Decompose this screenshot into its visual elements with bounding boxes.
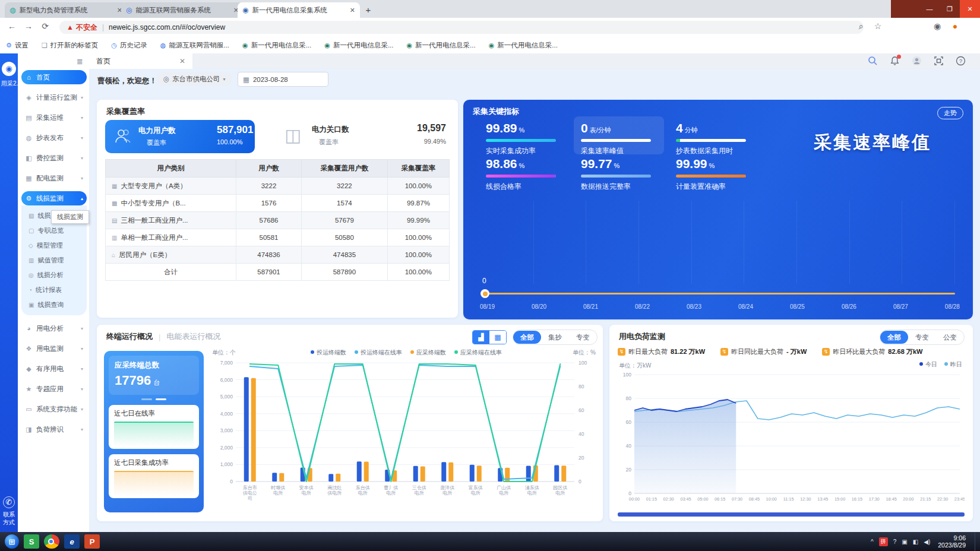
table-row[interactable]: ▦大型专变用户（A类） 32223222100.00% — [106, 178, 450, 195]
bookmark-newtab[interactable]: ❑打开新的标签页 — [42, 41, 98, 50]
sidebar-item-collection-ops[interactable]: ▤ 采集运维 ▾ — [21, 110, 87, 125]
search-icon[interactable] — [868, 56, 878, 66]
filter-zhuanbian[interactable]: 专变 — [908, 331, 936, 344]
avatar-icon[interactable] — [912, 56, 922, 66]
bookmark-history[interactable]: ◷历史记录 — [111, 41, 147, 50]
back-icon[interactable]: ← — [6, 21, 18, 31]
content-tab-close-icon[interactable]: ✕ — [179, 57, 185, 65]
close-button[interactable]: ✕ — [960, 0, 980, 18]
minimize-button[interactable]: — — [919, 0, 940, 18]
bookmark-settings[interactable]: ⚙设置 — [6, 41, 29, 50]
filter-all[interactable]: 全部 — [513, 331, 541, 344]
svg-text:16:15: 16:15 — [852, 496, 862, 502]
collect-success-card[interactable]: 近七日采集成功率 — [109, 454, 199, 498]
reload-icon[interactable]: ⟳ — [39, 21, 51, 31]
bookmark-site[interactable]: ◉新一代用电信息采... — [489, 41, 558, 50]
zoom-icon[interactable]: ⌕ — [855, 21, 867, 31]
taskbar-chrome-icon[interactable] — [44, 534, 59, 549]
contact-widget[interactable]: ✆ 联系方式 — [0, 496, 18, 526]
tab-close-icon[interactable]: ✕ — [350, 7, 355, 14]
browser-tab-3-active[interactable]: ◉ 新一代用电信息采集系统 ✕ — [238, 2, 360, 18]
security-warning[interactable]: ▲ 不安全 — [67, 23, 97, 33]
trend-button[interactable]: 走势 — [937, 107, 963, 119]
gateway-card[interactable]: ◫ 电力关口数 覆盖率 19,597 99.49% — [275, 120, 450, 153]
filter-gongbian[interactable]: 公变 — [936, 331, 964, 344]
url-text[interactable]: neweic.js.sgcc.com.cn/#/oc/overview — [109, 23, 225, 31]
sidebar-item-usage-analysis[interactable]: ◕ 用电分析 ▾ — [21, 321, 87, 335]
forward-icon[interactable]: → — [23, 21, 34, 31]
help-icon[interactable]: ? — [956, 56, 966, 66]
submenu-icon: ▢ — [29, 227, 34, 234]
sidebar-item-usage-monitor[interactable]: ❖ 用电监测 ▾ — [21, 341, 87, 356]
filter-jichao[interactable]: 集抄 — [541, 331, 569, 344]
update-icon[interactable]: ● — [949, 21, 961, 31]
taskbar-clock[interactable]: 9:062023/8/29 — [938, 534, 966, 549]
submenu-item-model-mgmt[interactable]: ◇模型管理 — [21, 239, 87, 252]
browser-tab-2[interactable]: ◎ 能源互联网营销服务系统 ✕ — [121, 2, 244, 18]
terminal-total-card[interactable]: 应采终端总数 17796台 — [109, 356, 199, 395]
sidebar-item-load-identify[interactable]: ◨ 负荷辨识 ▾ — [21, 422, 87, 436]
bell-icon[interactable] — [890, 56, 900, 66]
sidebar-item-meter-reading[interactable]: ◍ 抄表发布 ▾ — [21, 131, 87, 145]
submenu-item-reports[interactable]: ◔统计报表 — [21, 283, 87, 296]
timeline-track[interactable] — [485, 293, 955, 294]
sidebar-item-system-support[interactable]: ▭ 系统支撑功能 ▾ — [21, 402, 87, 416]
chart-view-icon[interactable]: ▟ — [473, 331, 489, 344]
site-icon: ◉ — [489, 42, 495, 49]
address-bar[interactable]: ▲ 不安全 | neweic.js.sgcc.com.cn/#/oc/overv… — [59, 21, 864, 34]
filter-zhuanbian[interactable]: 专变 — [569, 331, 597, 344]
volume-icon[interactable]: ◀) — [924, 539, 930, 545]
org-selector[interactable]: ◎ 东台市供电公司 ▾ — [157, 72, 232, 86]
table-row[interactable]: ▥单相一般工商业用户... 5058150580100.00% — [106, 229, 450, 246]
bookmark-site[interactable]: ◍能源互联网营销服... — [160, 41, 229, 50]
submenu-item-duty-overview[interactable]: ▢专职总览 — [21, 224, 87, 237]
table-row[interactable]: ▩中小型专变用户（B... 1576157499.87% — [106, 195, 450, 212]
profile-icon[interactable]: ◉ — [931, 21, 943, 31]
online-rate-sparkline — [114, 422, 194, 446]
bookmark-star-icon[interactable]: ☆ — [872, 21, 884, 31]
maximize-button[interactable]: ❐ — [940, 0, 960, 18]
fullscreen-icon[interactable] — [934, 56, 944, 66]
carousel-dots[interactable] — [109, 398, 199, 400]
tray-chevron-icon[interactable]: ^ — [871, 539, 874, 545]
date-picker[interactable]: ▦ 2023-08-28 — [238, 72, 328, 87]
bookmark-site[interactable]: ◉新一代用电信息采... — [406, 41, 475, 50]
submenu-item-analysis[interactable]: ◎线损分析 — [21, 268, 87, 281]
tray-generic-icon[interactable]: ◧ — [913, 539, 918, 545]
sidebar-item-orderly-power[interactable]: ◆ 有序用电 ▾ — [21, 362, 87, 376]
sidebar-item-fee-control[interactable]: ◧ 费控监测 ▾ — [21, 151, 87, 165]
tab-meter-overview[interactable]: 电能表运行概况 — [166, 331, 220, 342]
sidebar-item-distribution[interactable]: ▦ 配电监测 ▾ — [21, 171, 87, 185]
content-tab-home[interactable]: 首页 ✕ — [89, 53, 192, 69]
browser-tab-1[interactable]: ◍ 新型电力负荷管理系统 ✕ — [5, 2, 127, 18]
bookmark-site[interactable]: ◉新一代用电信息采... — [324, 41, 393, 50]
tray-ime-icon[interactable]: 拼 — [879, 537, 888, 546]
submenu-icon: ◔ — [29, 287, 32, 293]
table-view-icon[interactable]: ▦ — [489, 331, 506, 344]
table-row[interactable]: ⌂居民用户（E类） 474836474835100.00% — [106, 246, 450, 264]
submenu-item-query[interactable]: ▣线损查询 — [21, 298, 87, 311]
timeline-handle[interactable] — [480, 289, 489, 298]
taskbar-wps-icon[interactable]: S — [24, 534, 39, 549]
power-users-card[interactable]: 电力用户数 覆盖率 587,901 100.00% — [105, 120, 255, 153]
tab-title: 新型电力负荷管理系统 — [19, 6, 114, 15]
tray-help-icon[interactable]: ? — [893, 539, 897, 545]
bookmark-site[interactable]: ◉新一代用电信息采... — [242, 41, 311, 50]
online-rate-card[interactable]: 近七日在线率 — [109, 405, 199, 449]
submenu-item-assignment-mgmt[interactable]: ▥赋值管理 — [21, 254, 87, 267]
show-desktop-button[interactable] — [975, 532, 980, 551]
taskbar-ie-icon[interactable]: e — [64, 534, 80, 549]
tray-generic-icon[interactable]: ▣ — [902, 539, 907, 545]
sidebar-item-metering[interactable]: ◈ 计量运行监测 ▾ — [21, 90, 87, 104]
start-button[interactable]: ⊞ — [5, 534, 19, 549]
sidebar-item-line-loss[interactable]: ⚙ 线损监测 ▴ — [21, 191, 87, 205]
new-tab-button[interactable]: + — [361, 4, 375, 16]
sidebar-item-special-apps[interactable]: ★ 专题应用 ▾ — [21, 382, 87, 396]
tab-terminal-overview[interactable]: 终端运行概况 — [106, 331, 153, 342]
sidebar-collapse-icon[interactable]: ≣ — [77, 57, 83, 66]
taskbar-powerpoint-icon[interactable]: P — [84, 534, 100, 549]
table-row[interactable]: ▤三相一般工商业用户... 576865767999.99% — [106, 212, 450, 229]
filter-all[interactable]: 全部 — [880, 331, 908, 344]
sidebar-item-home[interactable]: ⌂ 首页 — [21, 70, 87, 84]
datazoom-slider[interactable] — [618, 512, 965, 517]
